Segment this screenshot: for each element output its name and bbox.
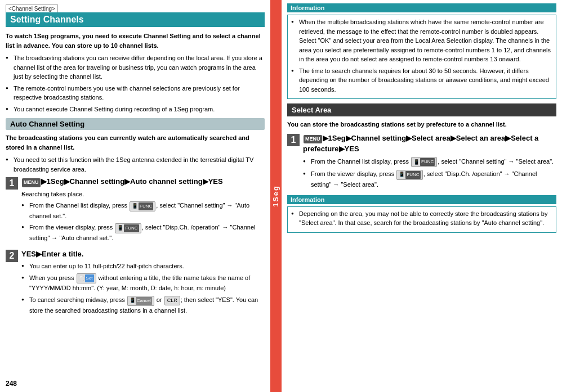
select-area-intro: You can store the broadcasting stations … — [287, 120, 556, 129]
page-number: 248 — [6, 380, 17, 388]
step2-bullet-2: When you press ⚪Set without entering a t… — [21, 273, 265, 293]
step1-content: MENU▶1Seg▶Channel setting▶Auto channel s… — [21, 176, 265, 245]
left-sidebar: 1Seg — [270, 0, 282, 392]
auto-intro: The broadcasting stations you can curren… — [6, 133, 265, 152]
step1-searching: Searching takes place. — [21, 190, 265, 199]
clr-btn: CLR — [164, 296, 180, 306]
right-step1-number: 1 — [287, 134, 300, 146]
step1-bullet-2: From the viewer display, press 📱FUNC, se… — [21, 223, 265, 242]
step2-bullet-1: You can enter up to 11 full-pitch/22 hal… — [21, 262, 265, 271]
info2-bullet-1: Depending on the area, you may not be ab… — [291, 209, 552, 228]
right-step1-instruction: MENU▶1Seg▶Channel setting▶Select area▶Se… — [303, 133, 556, 155]
circle-btn: ⚪Set — [77, 273, 96, 283]
func-btn-r1a: 📱FUNC — [411, 157, 437, 167]
info1-bullet-2: The time to search channels requires for… — [291, 66, 552, 94]
step1-row: 1 MENU▶1Seg▶Channel setting▶Auto channel… — [6, 176, 265, 245]
step2-row: 2 YES▶Enter a title. You can enter up to… — [6, 249, 265, 318]
menu-icon-right-step1: MENU — [304, 135, 322, 144]
channel-setting-label: <Channel Setting> — [6, 4, 58, 12]
info1-bullet-1: When the multiple broadcasting stations … — [291, 17, 552, 64]
select-area-header: Select Area — [287, 103, 556, 116]
intro-bold: To watch 1Seg programs, you need to exec… — [6, 33, 261, 49]
auto-bullet-1: You need to set this function with the 1… — [6, 155, 265, 174]
auto-intro-bold: The broadcasting stations you can curren… — [6, 134, 249, 151]
step1-instruction: MENU▶1Seg▶Channel setting▶Auto channel s… — [21, 176, 265, 187]
intro-text: To watch 1Seg programs, you need to exec… — [6, 31, 265, 50]
step1-number: 1 — [6, 177, 18, 190]
main-title: Setting Channels — [6, 12, 265, 27]
step2-bullet-3: To cancel searching midway, press 📱Cance… — [21, 295, 265, 315]
func-btn-1b: 📱FUNC — [115, 223, 141, 233]
step2-instruction: YES▶Enter a title. — [21, 249, 265, 260]
right-step1-bullet-2: From the viewer display, press 📱FUNC, se… — [303, 169, 556, 189]
step2-content: YES▶Enter a title. You can enter up to 1… — [21, 249, 265, 318]
right-step1-bullet-1: From the Channel list display, press 📱FU… — [303, 157, 556, 168]
func-btn-r1b: 📱FUNC — [396, 170, 422, 180]
step2-number: 2 — [6, 250, 18, 262]
bullet-item-3: You cannot execute Channel Setting durin… — [6, 105, 265, 114]
info1-box: Information When the multiple broadcasti… — [287, 3, 556, 99]
auto-channel-header: Auto Channel Setting — [6, 118, 265, 130]
bullet-item-2: The remote-control numbers you use with … — [6, 84, 265, 102]
info2-label: Information — [287, 195, 556, 204]
cancel-btn: 📱Cancel — [127, 296, 154, 306]
info1-label: Information — [287, 3, 556, 12]
right-step1-content: MENU▶1Seg▶Channel setting▶Select area▶Se… — [303, 133, 556, 192]
info2-content: Depending on the area, you may not be ab… — [287, 206, 556, 233]
func-btn-1a: 📱FUNC — [130, 201, 155, 211]
info2-box: Information Depending on the area, you m… — [287, 195, 556, 233]
step1-bullet-1: From the Channel list display, press 📱FU… — [21, 201, 265, 220]
menu-icon-step1: MENU — [22, 178, 41, 187]
info1-content: When the multiple broadcasting stations … — [287, 15, 556, 99]
seg-sidebar-label: 1Seg — [272, 185, 280, 207]
bullet-item-1: The broadcasting stations you can receiv… — [6, 53, 265, 82]
right-step1-row: 1 MENU▶1Seg▶Channel setting▶Select area▶… — [287, 133, 556, 192]
